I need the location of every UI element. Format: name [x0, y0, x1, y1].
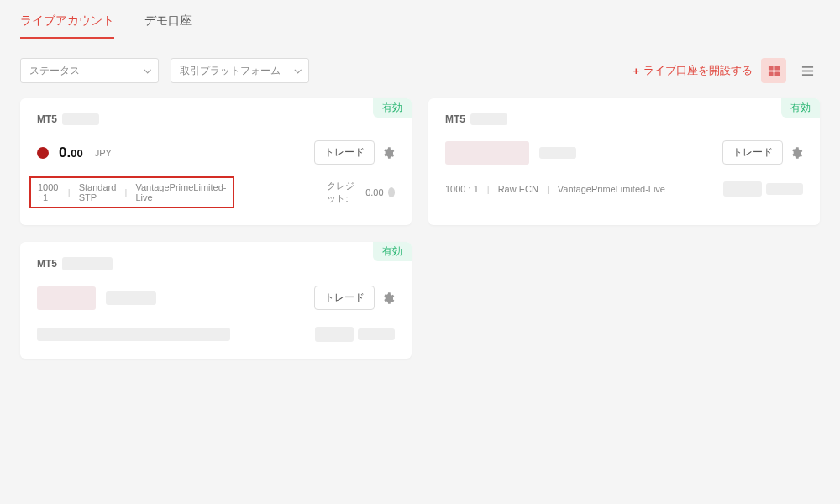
plus-icon: +	[633, 65, 639, 77]
account-card: 有効 MT5 トレード	[20, 242, 412, 359]
account-tabs: ライブアカウント デモ口座	[20, 0, 820, 39]
account-card: 有効 MT5 0.00 JPY トレード 1000 : 1 | Standard…	[20, 98, 412, 225]
credit-value: 0.00	[365, 187, 383, 197]
leverage-label: 1000 : 1	[38, 182, 60, 202]
redacted-balance	[445, 141, 529, 165]
platform-label: MT5	[37, 113, 57, 125]
platform-dropdown-label: 取引プラットフォーム	[180, 64, 281, 78]
status-badge: 有効	[373, 242, 412, 261]
trade-button[interactable]: トレード	[314, 286, 375, 310]
grid-icon	[768, 65, 780, 77]
trade-button[interactable]: トレード	[314, 140, 375, 165]
redacted-info	[37, 328, 230, 341]
cards-container: 有効 MT5 0.00 JPY トレード 1000 : 1 | Standard…	[20, 98, 820, 359]
filter-row: ステータス 取引プラットフォーム + ライブ口座を開設する	[20, 58, 820, 83]
svg-rect-1	[774, 65, 780, 70]
svg-rect-3	[774, 71, 780, 76]
open-live-account-button[interactable]: + ライブ口座を開設する	[633, 63, 753, 78]
platform-dropdown[interactable]: 取引プラットフォーム	[171, 58, 309, 83]
chevron-down-icon	[294, 66, 301, 73]
list-icon	[801, 65, 814, 77]
server-label: VantagePrimeLimited-Live	[135, 182, 226, 202]
redacted-credit-extra	[766, 183, 803, 195]
redacted-balance-extra	[106, 291, 156, 305]
account-type-label: Raw ECN	[498, 184, 538, 194]
svg-rect-4	[801, 66, 812, 67]
redacted-credit	[723, 181, 762, 197]
svg-rect-0	[768, 65, 773, 70]
redacted-balance	[37, 286, 96, 310]
redacted-credit	[315, 327, 354, 342]
platform-label: MT5	[37, 258, 57, 270]
credit-label: クレジット:	[327, 180, 361, 205]
trade-button[interactable]: トレード	[722, 140, 783, 165]
account-type-label: Standard STP	[79, 182, 117, 202]
redacted-balance-extra	[539, 147, 576, 159]
status-badge: 有効	[781, 98, 820, 118]
open-live-account-label: ライブ口座を開設する	[643, 63, 753, 78]
svg-rect-6	[801, 74, 812, 76]
platform-label: MT5	[445, 113, 465, 125]
tab-live[interactable]: ライブアカウント	[20, 13, 114, 39]
server-label: VantagePrimeLimited-Live	[558, 184, 665, 194]
status-badge: 有効	[373, 98, 412, 118]
balance-status-dot	[37, 147, 49, 159]
tab-demo[interactable]: デモ口座	[144, 13, 192, 39]
svg-rect-2	[768, 71, 773, 76]
svg-rect-5	[801, 70, 812, 71]
view-grid-button[interactable]	[761, 58, 786, 83]
redacted-credit-extra	[358, 328, 395, 340]
account-card: 有効 MT5 トレード 1000 : 1 | Raw ECN | Vantage…	[428, 98, 820, 225]
highlighted-account-info: 1000 : 1 | Standard STP | VantagePrimeLi…	[29, 176, 234, 208]
currency-label: JPY	[95, 148, 112, 158]
status-dropdown-label: ステータス	[29, 64, 80, 78]
info-icon[interactable]	[388, 187, 395, 197]
redacted-account-id	[470, 113, 507, 125]
chevron-down-icon	[144, 66, 150, 73]
status-dropdown[interactable]: ステータス	[20, 58, 159, 83]
redacted-account-id	[62, 113, 99, 125]
gear-icon[interactable]	[381, 146, 395, 160]
view-list-button[interactable]	[795, 58, 820, 83]
gear-icon[interactable]	[790, 146, 803, 160]
balance-value: 0.00	[59, 144, 83, 161]
redacted-account-id	[62, 257, 113, 270]
gear-icon[interactable]	[381, 291, 395, 305]
leverage-label: 1000 : 1	[445, 184, 479, 194]
